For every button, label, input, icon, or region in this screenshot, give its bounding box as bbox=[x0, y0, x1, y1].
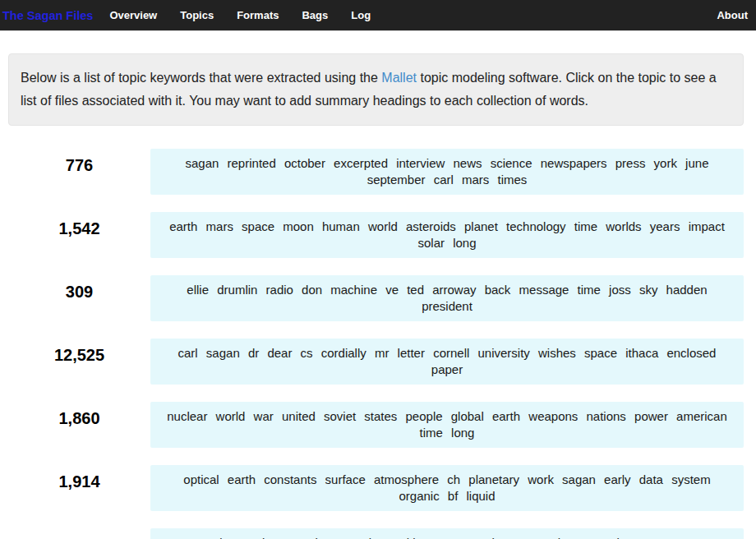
topic-list: 776 sagan reprinted october excerpted in… bbox=[0, 149, 756, 539]
brand-link[interactable]: The Sagan Files bbox=[2, 9, 93, 22]
topic-row: 309 ellie drumlin radio don machine ve t… bbox=[8, 275, 744, 321]
topic-count: 904 bbox=[8, 528, 150, 539]
navbar: The Sagan Files Overview Topics Formats … bbox=[0, 0, 756, 31]
topic-row: 1,542 earth mars space moon human world … bbox=[8, 212, 744, 258]
nav-item-log[interactable]: Log bbox=[339, 9, 382, 21]
topic-count: 12,525 bbox=[8, 339, 150, 364]
nav-item-overview[interactable]: Overview bbox=[98, 9, 168, 21]
nav-item-formats[interactable]: Formats bbox=[225, 9, 290, 21]
topic-keywords-box[interactable]: nuclear world war united soviet states p… bbox=[150, 402, 744, 448]
topic-row: 904 al organic mars icarus science khare… bbox=[8, 528, 744, 539]
nav-item-topics[interactable]: Topics bbox=[168, 9, 225, 21]
intro-well: Below is a list of topic keywords that w… bbox=[8, 53, 744, 126]
topic-keywords-box[interactable]: ellie drumlin radio don machine ve ted a… bbox=[150, 275, 744, 321]
topic-count: 1,860 bbox=[8, 402, 150, 427]
topic-keywords-box[interactable]: earth mars space moon human world astero… bbox=[150, 212, 744, 258]
topic-count: 776 bbox=[8, 149, 150, 174]
topic-keywords-box[interactable]: carl sagan dr dear cs cordially mr lette… bbox=[150, 339, 744, 385]
topic-row: 776 sagan reprinted october excerpted in… bbox=[8, 149, 744, 195]
topic-row: 1,860 nuclear world war united soviet st… bbox=[8, 402, 744, 448]
topic-keywords-box[interactable]: sagan reprinted october excerpted interv… bbox=[150, 149, 744, 195]
nav-item-about[interactable]: About bbox=[705, 9, 748, 21]
topic-keywords-box[interactable]: optical earth constants surface atmosphe… bbox=[150, 465, 744, 511]
topic-count: 1,914 bbox=[8, 465, 150, 491]
nav-item-bags[interactable]: Bags bbox=[290, 9, 339, 21]
intro-text-before: Below is a list of topic keywords that w… bbox=[21, 71, 381, 85]
topic-row: 1,914 optical earth constants surface at… bbox=[8, 465, 744, 511]
topic-count: 309 bbox=[8, 275, 150, 301]
topic-keywords-box[interactable]: al organic mars icarus science khare ast… bbox=[150, 528, 744, 539]
topic-row: 12,525 carl sagan dr dear cs cordially m… bbox=[8, 339, 744, 385]
mallet-link[interactable]: Mallet bbox=[381, 71, 417, 85]
topic-count: 1,542 bbox=[8, 212, 150, 237]
